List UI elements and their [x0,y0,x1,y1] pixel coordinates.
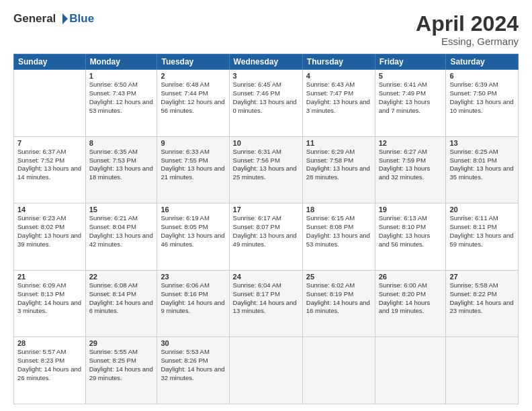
day-number: 29 [89,339,154,347]
day-info: Sunrise: 6:04 AM Sunset: 8:17 PM Dayligh… [233,281,299,316]
day-number: 16 [161,205,225,214]
day-number: 9 [161,139,225,147]
calendar-cell [14,70,86,137]
day-number: 6 [449,72,515,80]
day-number: 1 [89,72,154,80]
day-info: Sunrise: 6:45 AM Sunset: 7:46 PM Dayligh… [233,81,299,115]
day-number: 23 [161,273,225,281]
day-number: 3 [233,72,299,80]
logo-blue: Blue [69,12,94,26]
calendar-cell: 2Sunrise: 6:48 AM Sunset: 7:44 PM Daylig… [157,70,229,137]
calendar-cell: 15Sunrise: 6:21 AM Sunset: 8:04 PM Dayli… [85,203,157,271]
weekday-header-tuesday: Tuesday [157,54,229,70]
day-info: Sunrise: 6:13 AM Sunset: 8:10 PM Dayligh… [379,214,443,248]
calendar-table: SundayMondayTuesdayWednesdayThursdayFrid… [13,54,519,404]
calendar-cell [302,337,375,404]
day-info: Sunrise: 6:29 AM Sunset: 7:58 PM Dayligh… [306,148,371,182]
day-number: 12 [379,139,443,147]
day-info: Sunrise: 6:33 AM Sunset: 7:55 PM Dayligh… [161,148,225,182]
calendar-cell: 16Sunrise: 6:19 AM Sunset: 8:05 PM Dayli… [157,203,229,271]
calendar-week-row: 14Sunrise: 6:23 AM Sunset: 8:02 PM Dayli… [14,203,519,271]
weekday-header-row: SundayMondayTuesdayWednesdayThursdayFrid… [14,54,519,70]
calendar-cell: 22Sunrise: 6:08 AM Sunset: 8:14 PM Dayli… [85,270,157,337]
weekday-header-saturday: Saturday [446,54,519,70]
calendar-cell: 5Sunrise: 6:41 AM Sunset: 7:49 PM Daylig… [375,70,446,137]
day-number: 7 [17,139,82,147]
weekday-header-wednesday: Wednesday [229,54,302,70]
day-number: 22 [89,273,154,281]
svg-marker-0 [62,13,68,24]
logo-general: General [13,12,56,26]
weekday-header-monday: Monday [85,54,157,70]
calendar-cell [446,337,519,404]
day-info: Sunrise: 6:02 AM Sunset: 8:19 PM Dayligh… [306,281,371,316]
day-number: 8 [89,139,154,147]
calendar-cell [229,337,302,404]
calendar-cell: 14Sunrise: 6:23 AM Sunset: 8:02 PM Dayli… [14,203,86,271]
calendar-cell: 10Sunrise: 6:31 AM Sunset: 7:56 PM Dayli… [229,136,302,203]
day-info: Sunrise: 6:48 AM Sunset: 7:44 PM Dayligh… [161,81,225,115]
calendar-cell: 25Sunrise: 6:02 AM Sunset: 8:19 PM Dayli… [302,270,375,337]
calendar-cell: 13Sunrise: 6:25 AM Sunset: 8:01 PM Dayli… [446,136,519,203]
calendar-week-row: 28Sunrise: 5:57 AM Sunset: 8:23 PM Dayli… [14,337,519,404]
day-info: Sunrise: 6:43 AM Sunset: 7:47 PM Dayligh… [306,81,371,115]
day-info: Sunrise: 6:37 AM Sunset: 7:52 PM Dayligh… [17,148,82,182]
day-info: Sunrise: 6:25 AM Sunset: 8:01 PM Dayligh… [449,148,515,182]
calendar-cell: 19Sunrise: 6:13 AM Sunset: 8:10 PM Dayli… [375,203,446,271]
calendar-cell: 3Sunrise: 6:45 AM Sunset: 7:46 PM Daylig… [229,70,302,137]
day-number: 13 [449,139,515,147]
day-number: 27 [449,273,515,281]
calendar-week-row: 7Sunrise: 6:37 AM Sunset: 7:52 PM Daylig… [14,136,519,203]
day-number: 14 [17,205,82,214]
day-number: 2 [161,72,225,80]
calendar-cell: 26Sunrise: 6:00 AM Sunset: 8:20 PM Dayli… [375,270,446,337]
day-number: 26 [379,273,443,281]
day-number: 4 [306,72,371,80]
day-info: Sunrise: 5:55 AM Sunset: 8:25 PM Dayligh… [89,348,154,382]
day-info: Sunrise: 6:09 AM Sunset: 8:13 PM Dayligh… [17,281,82,316]
day-number: 24 [233,273,299,281]
calendar-cell: 7Sunrise: 6:37 AM Sunset: 7:52 PM Daylig… [14,136,86,203]
day-info: Sunrise: 6:39 AM Sunset: 7:50 PM Dayligh… [449,81,515,115]
calendar-cell: 24Sunrise: 6:04 AM Sunset: 8:17 PM Dayli… [229,270,302,337]
calendar-week-row: 21Sunrise: 6:09 AM Sunset: 8:13 PM Dayli… [14,270,519,337]
calendar-cell: 29Sunrise: 5:55 AM Sunset: 8:25 PM Dayli… [85,337,157,404]
day-number: 19 [379,205,443,214]
day-info: Sunrise: 6:00 AM Sunset: 8:20 PM Dayligh… [379,281,443,316]
day-info: Sunrise: 6:17 AM Sunset: 8:07 PM Dayligh… [233,214,299,248]
calendar-cell: 21Sunrise: 6:09 AM Sunset: 8:13 PM Dayli… [14,270,86,337]
calendar-cell: 9Sunrise: 6:33 AM Sunset: 7:55 PM Daylig… [157,136,229,203]
calendar-cell [375,337,446,404]
day-info: Sunrise: 6:19 AM Sunset: 8:05 PM Dayligh… [161,214,225,248]
logo: General Blue [13,12,94,26]
calendar-cell: 18Sunrise: 6:15 AM Sunset: 8:08 PM Dayli… [302,203,375,271]
logo-text: General Blue [13,12,94,26]
day-info: Sunrise: 6:41 AM Sunset: 7:49 PM Dayligh… [379,81,443,115]
day-info: Sunrise: 6:08 AM Sunset: 8:14 PM Dayligh… [89,281,154,316]
day-number: 25 [306,273,371,281]
calendar-cell: 8Sunrise: 6:35 AM Sunset: 7:53 PM Daylig… [85,136,157,203]
day-info: Sunrise: 6:50 AM Sunset: 7:43 PM Dayligh… [89,81,154,115]
day-info: Sunrise: 6:23 AM Sunset: 8:02 PM Dayligh… [17,214,82,248]
day-info: Sunrise: 5:53 AM Sunset: 8:26 PM Dayligh… [161,348,225,382]
calendar-cell: 27Sunrise: 5:58 AM Sunset: 8:22 PM Dayli… [446,270,519,337]
day-number: 21 [17,273,82,281]
day-info: Sunrise: 6:11 AM Sunset: 8:11 PM Dayligh… [449,214,515,248]
calendar-cell: 28Sunrise: 5:57 AM Sunset: 8:23 PM Dayli… [14,337,86,404]
title-block: April 2024 Essing, Germany [416,12,519,47]
day-info: Sunrise: 6:15 AM Sunset: 8:08 PM Dayligh… [306,214,371,248]
weekday-header-sunday: Sunday [14,54,86,70]
calendar-cell: 20Sunrise: 6:11 AM Sunset: 8:11 PM Dayli… [446,203,519,271]
day-number: 5 [379,72,443,80]
day-info: Sunrise: 5:58 AM Sunset: 8:22 PM Dayligh… [449,281,515,316]
calendar-week-row: 1Sunrise: 6:50 AM Sunset: 7:43 PM Daylig… [14,70,519,137]
calendar-cell: 1Sunrise: 6:50 AM Sunset: 7:43 PM Daylig… [85,70,157,137]
day-number: 20 [449,205,515,214]
calendar-cell: 23Sunrise: 6:06 AM Sunset: 8:16 PM Dayli… [157,270,229,337]
day-info: Sunrise: 6:06 AM Sunset: 8:16 PM Dayligh… [161,281,225,316]
day-info: Sunrise: 5:57 AM Sunset: 8:23 PM Dayligh… [17,348,82,382]
header: General Blue April 2024 Essing, Germany [13,12,519,47]
day-number: 28 [17,339,82,347]
calendar-cell: 4Sunrise: 6:43 AM Sunset: 7:47 PM Daylig… [302,70,375,137]
logo-icon [56,13,69,25]
